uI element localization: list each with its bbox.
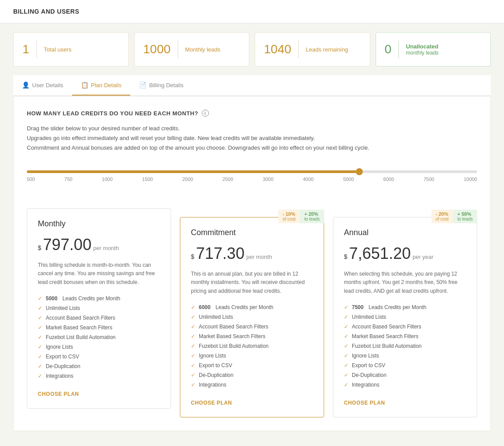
feature-annual-3: ✓Account Based Search Filters <box>344 324 466 330</box>
check-icon: ✓ <box>344 362 348 369</box>
plan-features-monthly: ✓5000 Leads Credits per Month ✓Unlimited… <box>38 295 160 379</box>
plan-badge-row-annual: - 20% of cost + 50% to leads <box>431 210 478 223</box>
tab-plan-details-label: Plan Details <box>91 82 121 88</box>
plan-card-monthly: Monthly $ 797.00 per month This billing … <box>27 208 171 409</box>
plan-currency-annual: $ <box>344 253 347 260</box>
stat-card-leads-remaining: 1040 Leads remaining <box>255 32 370 66</box>
choose-plan-annual[interactable]: CHOOSE PLAN <box>344 400 385 406</box>
plan-card-annual: - 20% of cost + 50% to leads Annual $ 7,… <box>333 217 477 417</box>
plan-description-annual: When selecting this schedule, you are pa… <box>344 270 466 295</box>
slider-label-2000: 2000 <box>182 177 193 182</box>
plans-row: Monthly $ 797.00 per month This billing … <box>27 208 477 417</box>
plan-period-monthly: per month <box>93 245 119 251</box>
stat-label-unallocated-line2: monthly leads <box>406 50 438 56</box>
plan-amount-annual: 7,651.20 <box>349 244 411 263</box>
slider-label-7500: 7500 <box>424 177 434 182</box>
plan-badge-commitment-cost: - 10% of cost <box>278 210 300 223</box>
check-icon: ✓ <box>38 354 42 360</box>
badge-annual-leads-text: + 50% <box>457 211 471 217</box>
user-icon: 👤 <box>22 81 29 88</box>
plan-price-annual: $ 7,651.20 per year <box>344 244 466 263</box>
check-icon: ✓ <box>344 372 348 378</box>
description-line2: Upgrades go into effect immediately and … <box>27 133 477 143</box>
feature-commitment-4: ✓Market Based Search Filters <box>191 333 313 339</box>
check-icon: ✓ <box>38 305 42 311</box>
stat-value-monthly-leads: 1000 <box>143 42 171 56</box>
feature-commitment-2: ✓Unlimited Lists <box>191 314 313 320</box>
slider-label-5000: 5000 <box>343 177 354 182</box>
slider-label-2500: 2500 <box>223 177 233 182</box>
badge-commitment-cost-label: of cost <box>283 217 296 221</box>
check-icon: ✓ <box>191 362 195 369</box>
plan-badge-annual-leads: + 50% to leads <box>453 210 477 223</box>
page-header: BILLING AND USERS <box>0 0 504 23</box>
feature-commitment-1: ✓6000 Leads Credits per Month <box>191 304 313 310</box>
slider-label-3000: 3000 <box>263 177 273 182</box>
tab-plan-details[interactable]: 📋 Plan Details <box>72 75 130 96</box>
feature-monthly-8: ✓De-Duplication <box>38 363 160 369</box>
choose-plan-commitment[interactable]: CHOOSE PLAN <box>191 400 232 406</box>
tabs-row: 👤 User Details 📋 Plan Details 📄 Billing … <box>13 75 491 96</box>
feature-annual-9: ✓Integrations <box>344 382 466 388</box>
check-icon: ✓ <box>191 324 195 330</box>
check-icon: ✓ <box>191 343 195 349</box>
slider-label-10000: 10000 <box>464 177 477 182</box>
stat-label-leads-remaining: Leads remaining <box>306 46 348 53</box>
plan-features-commitment: ✓6000 Leads Credits per Month ✓Unlimited… <box>191 304 313 388</box>
stat-label-unallocated-line1: Unallocated <box>406 43 438 50</box>
stat-label-total-users: Total users <box>44 46 72 53</box>
plan-description-commitment: This is an annual plan, but you are bill… <box>191 270 313 295</box>
check-icon: ✓ <box>191 382 195 388</box>
check-icon: ✓ <box>38 315 42 321</box>
check-icon: ✓ <box>344 324 348 330</box>
check-icon: ✓ <box>38 295 42 302</box>
feature-commitment-5: ✓Fuzebot List Build Automation <box>191 343 313 349</box>
plan-description-monthly: This billing schedule is month-to-month.… <box>38 261 160 287</box>
slider-section: 500 750 1000 1500 2000 2500 3000 4000 50… <box>27 166 477 195</box>
feature-commitment-6: ✓Ignore Lists <box>191 353 313 359</box>
feature-monthly-6: ✓Ignore Lists <box>38 344 160 350</box>
stat-card-unallocated: 0 Unallocated monthly leads <box>376 32 491 66</box>
plan-name-monthly: Monthly <box>38 219 160 229</box>
feature-annual-1: ✓7500 Leads Credits per Month <box>344 304 466 310</box>
plan-card-commitment: - 10% of cost + 20% to leads Commitment … <box>180 217 324 417</box>
tab-user-details[interactable]: 👤 User Details <box>13 75 72 96</box>
feature-monthly-7: ✓Export to CSV <box>38 354 160 360</box>
check-icon: ✓ <box>38 363 42 369</box>
feature-monthly-2: ✓Unlimited Lists <box>38 305 160 311</box>
plan-period-commitment: per month <box>246 254 272 260</box>
check-icon: ✓ <box>38 373 42 379</box>
stat-value-leads-remaining: 1040 <box>264 42 291 56</box>
stat-value-unallocated: 0 <box>385 42 392 56</box>
plan-period-annual: per year <box>413 254 434 260</box>
stat-card-monthly-leads: 1000 Monthly leads <box>134 32 250 66</box>
feature-annual-2: ✓Unlimited Lists <box>344 314 466 320</box>
plan-badge-commitment-leads: + 20% to leads <box>300 210 324 223</box>
page-title: BILLING AND USERS <box>13 8 491 15</box>
feature-commitment-3: ✓Account Based Search Filters <box>191 324 313 330</box>
choose-plan-monthly[interactable]: CHOOSE PLAN <box>38 391 79 397</box>
check-icon: ✓ <box>191 333 195 339</box>
main-content: HOW MANY LEAD CREDITS DO YOU NEED EACH M… <box>13 96 491 431</box>
plan-currency-monthly: $ <box>38 244 41 251</box>
feature-annual-5: ✓Fuzebot List Build Automation <box>344 343 466 349</box>
plan-price-commitment: $ 717.30 per month <box>191 244 313 263</box>
badge-commitment-leads-text: + 20% <box>304 211 318 217</box>
section-description: Drag the slider below to your desired nu… <box>27 124 477 153</box>
slider-labels: 500 750 1000 1500 2000 2500 3000 4000 50… <box>27 177 477 182</box>
check-icon: ✓ <box>344 382 348 388</box>
plan-amount-commitment: 717.30 <box>196 244 245 263</box>
plan-name-annual: Annual <box>344 228 466 237</box>
plan-amount-monthly: 797.00 <box>43 236 91 254</box>
info-icon[interactable]: i <box>202 110 209 117</box>
plan-icon: 📋 <box>81 81 88 88</box>
tab-billing-details[interactable]: 📄 Billing Details <box>130 75 192 96</box>
feature-annual-6: ✓Ignore Lists <box>344 353 466 359</box>
slider-label-500: 500 <box>27 177 35 182</box>
feature-monthly-3: ✓Account Based Search Filters <box>38 315 160 321</box>
badge-annual-cost-label: of cost <box>436 217 449 221</box>
plan-currency-commitment: $ <box>191 253 194 260</box>
stat-divider-1 <box>37 41 37 58</box>
feature-monthly-4: ✓Market Based Search Filters <box>38 324 160 331</box>
check-icon: ✓ <box>344 343 348 349</box>
